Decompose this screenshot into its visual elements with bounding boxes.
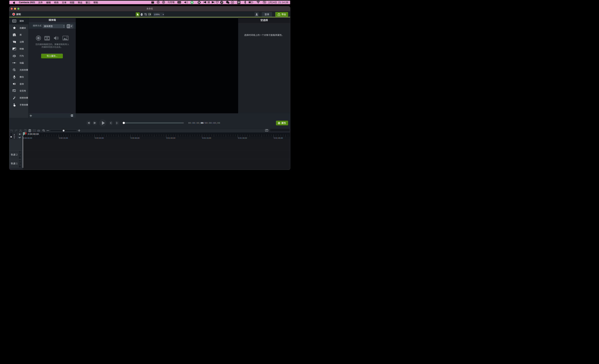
svg-text:a: a [14, 41, 15, 43]
